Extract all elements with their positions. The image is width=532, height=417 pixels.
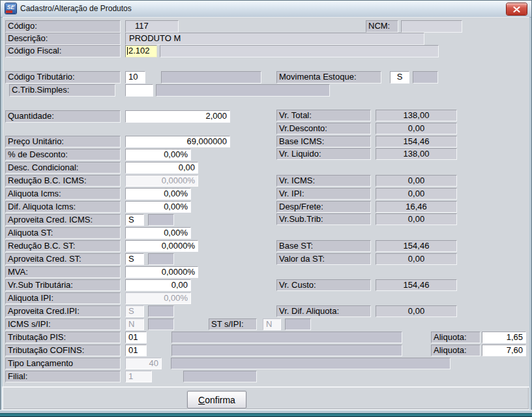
base-icms-label: Base ICMS: <box>276 136 371 147</box>
vr-desconto-field: 0,00 <box>376 123 457 134</box>
background-edge <box>0 413 532 417</box>
tributacao-cofins-input[interactable]: 01 <box>125 345 147 356</box>
valor-da-st-field: 0,00 <box>376 253 457 265</box>
aproveita-cred-st-label: Aproveita Cred. ST: <box>5 253 121 265</box>
footer-panel <box>2 386 529 410</box>
vr-icms-field: 0,00 <box>376 175 457 187</box>
preco-unitario-input[interactable]: 69,000000 <box>125 136 230 147</box>
aproveita-cred-icms-desc-field <box>148 214 174 226</box>
desp-frete-field: 16,46 <box>376 201 457 213</box>
cofins-aliquota-input[interactable]: 7,60 <box>482 345 526 356</box>
ctrib-simples-input[interactable] <box>125 84 153 97</box>
ctrib-simples-label: C.Trib.Simples: <box>9 84 115 97</box>
pct-desconto-input[interactable]: 0,00% <box>125 149 191 161</box>
codigo-tributario-input[interactable]: 10 <box>125 71 145 84</box>
preco-unitario-label: Preço Unitário: <box>5 136 121 147</box>
vr-desconto-label: Vr.Desconto: <box>276 123 371 134</box>
window-title: Cadastro/Alteração de Produtos <box>20 4 132 13</box>
desc-condicional-input[interactable]: 0,00 <box>125 162 198 174</box>
vr-sub-tributaria-input[interactable]: 0,00 <box>125 279 191 291</box>
desc-condicional-label: Desc. Condicional: <box>5 162 121 174</box>
mva-input[interactable]: 0,0000% <box>125 266 198 278</box>
aproveita-cred-icms-input[interactable]: S <box>125 214 144 226</box>
aproveita-cred-ipi-label: Aproveita Cred.IPI: <box>5 305 121 317</box>
vr-sub-trib-field: 0,00 <box>376 213 457 225</box>
tipo-lancamento-desc-field <box>171 358 451 369</box>
st-s-ipi-label: ST s/IPI: <box>209 318 257 330</box>
codigo-field: 117 <box>125 20 179 33</box>
aproveita-cred-st-input[interactable]: S <box>125 253 144 265</box>
reducao-bc-icms-input: 0,0000% <box>125 175 198 187</box>
base-icms-field: 154,46 <box>376 136 457 147</box>
tributacao-cofins-desc-field <box>171 345 402 356</box>
movimenta-estoque-input[interactable]: S <box>390 71 409 84</box>
titlebar[interactable]: SE Cadastro/Alteração de Produtos <box>1 1 531 18</box>
codigo-tributario-desc-field <box>161 71 261 84</box>
icms-s-ipi-label: ICMS s/IPI: <box>5 318 121 330</box>
dif-aliquota-icms-input[interactable]: 0,00% <box>125 201 191 213</box>
vr-dif-aliquota-label: Vr. Dif. Aliquota: <box>276 305 371 317</box>
vr-sub-tributaria-label: Vr.Sub Tributária: <box>5 279 121 291</box>
tipo-lancamento-label: Tipo Lançamento <box>5 358 121 369</box>
vr-liquido-field: 138,00 <box>376 148 457 160</box>
codigo-fiscal-input[interactable]: 2.102 <box>125 45 157 57</box>
ctrib-simples-desc-field <box>156 84 330 97</box>
dialog-window: SE Cadastro/Alteração de Produtos Código… <box>0 0 532 417</box>
mva-label: MVA: <box>5 266 121 278</box>
aproveita-cred-st-desc-field <box>148 253 174 265</box>
aliquota-icms-label: Aliquota Icms: <box>5 188 121 200</box>
aliquota-st-input[interactable]: 0,00% <box>125 227 191 239</box>
tributacao-pis-input[interactable]: 01 <box>125 332 147 343</box>
descricao-label: Descrição: <box>5 33 121 45</box>
vr-liquido-label: Vr. Liquido: <box>276 148 371 160</box>
vr-custo-field: 154,46 <box>376 279 457 291</box>
descricao-field: PRODUTO M <box>125 33 424 45</box>
icms-s-ipi-desc-field <box>148 318 174 330</box>
quantidade-input[interactable]: 2,000 <box>125 110 230 123</box>
aliquota-ipi-input: 0,00% <box>125 292 191 304</box>
pis-aliquota-label: Aliquota: <box>431 332 480 343</box>
ncm-label: NCM: <box>366 20 398 33</box>
dif-aliquota-icms-label: Dif. Aliquota Icms: <box>5 201 121 213</box>
vr-total-label: Vr. Total: <box>276 110 371 121</box>
aliquota-ipi-label: Aliquota IPI: <box>5 292 121 304</box>
base-st-field: 154,46 <box>376 240 457 252</box>
close-icon <box>513 7 520 12</box>
close-button[interactable] <box>507 3 527 15</box>
aproveita-cred-ipi-input: S <box>125 305 144 317</box>
tipo-lancamento-input: 40 <box>125 358 162 369</box>
pct-desconto-label: % de Desconto: <box>5 149 121 161</box>
aproveita-cred-ipi-desc-field <box>148 305 174 317</box>
text-caret <box>127 47 128 55</box>
reducao-bc-st-input[interactable]: 0,0000% <box>125 240 198 252</box>
cofins-aliquota-label: Aliquota: <box>431 345 480 356</box>
desp-frete-label: Desp/Frete: <box>276 201 371 213</box>
vr-custo-label: Vr. Custo: <box>276 279 371 291</box>
codigo-label: Código: <box>5 20 121 33</box>
filial-desc-field <box>183 371 257 382</box>
filial-input: 1 <box>125 371 152 382</box>
confirma-button[interactable]: Confirma <box>187 391 246 409</box>
quantidade-label: Quantidade: <box>5 110 121 123</box>
st-s-ipi-input: N <box>263 318 281 330</box>
aliquota-st-label: Aliquota ST: <box>5 227 121 239</box>
tributacao-cofins-label: Tributação COFINS: <box>5 345 121 356</box>
reducao-bc-st-label: Redução B.C. ST: <box>5 240 121 252</box>
aproveita-cred-icms-label: Aproveita Cred. ICMS: <box>5 214 121 226</box>
valor-da-st-label: Valor da ST: <box>276 253 371 265</box>
vr-dif-aliquota-field: 0,00 <box>376 305 457 317</box>
vr-ipi-field: 0,00 <box>376 188 457 200</box>
app-icon-accent <box>5 3 16 14</box>
codigo-tributario-label: Código Tributário: <box>5 71 121 84</box>
aliquota-icms-input[interactable]: 0,00% <box>125 188 191 200</box>
icms-s-ipi-input: N <box>125 318 144 330</box>
vr-ipi-label: Vr. IPI: <box>276 188 371 200</box>
base-st-label: Base ST: <box>276 240 371 252</box>
tributacao-pis-label: Tributação PIS: <box>5 332 121 343</box>
pis-aliquota-input[interactable]: 1,65 <box>482 332 526 343</box>
tributacao-pis-desc-field <box>171 332 402 343</box>
movimenta-estoque-desc-field <box>413 71 438 84</box>
codigo-fiscal-label: Código Fiscal: <box>5 45 121 57</box>
reducao-bc-icms-label: Redução B.C. ICMS: <box>5 175 121 187</box>
st-s-ipi-desc-field <box>285 318 311 330</box>
